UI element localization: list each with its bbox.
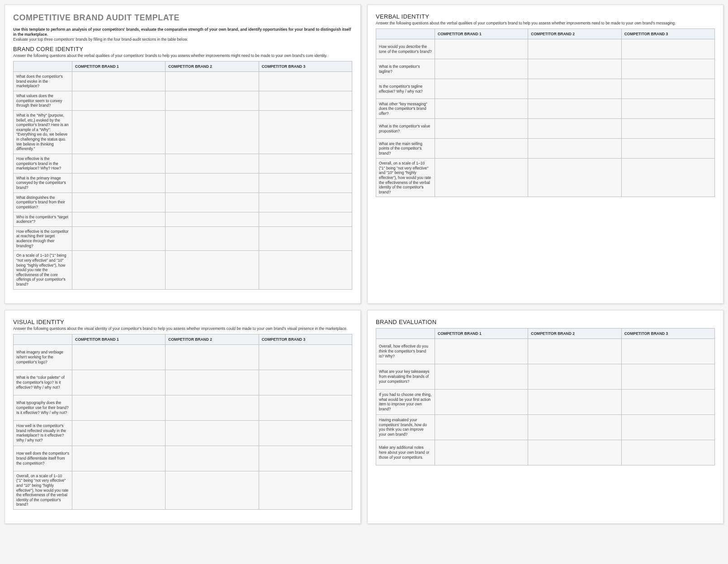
intro-text: Use this template to perform an analysis… (13, 27, 352, 42)
table-header-row: COMPETITOR BRAND 1 COMPETITOR BRAND 2 CO… (376, 29, 715, 39)
table-row: Overall, on a scale of 1–10 ("1" being "… (14, 471, 352, 509)
table-row: On a scale of 1–10 ("1" being "not very … (14, 251, 352, 289)
table-row: What is the primary image conveyed by th… (14, 173, 352, 193)
table-row: Having evaluated your competitors' brand… (376, 414, 715, 440)
table-row: What are your key takeaways from evaluat… (376, 364, 715, 389)
table-row: What other "key messaging" does the comp… (376, 99, 715, 119)
panel-core-identity: COMPETITIVE BRAND AUDIT TEMPLATE Use thi… (5, 5, 361, 304)
table-row: Overall, how effective do you think the … (376, 338, 715, 364)
table-core: COMPETITOR BRAND 1 COMPETITOR BRAND 2 CO… (13, 61, 352, 290)
section-title-visual: VISUAL IDENTITY (13, 319, 352, 325)
table-row: Overall, on a scale of 1–10 ("1" being "… (376, 159, 715, 197)
table-row: What is the "color palette" of the compe… (14, 370, 352, 395)
table-row: What values does the competitor seem to … (14, 91, 352, 111)
table-evaluation: COMPETITOR BRAND 1 COMPETITOR BRAND 2 CO… (376, 328, 715, 465)
table-row: How well does the competitor's brand dif… (14, 446, 352, 471)
table-header-row: COMPETITOR BRAND 1 COMPETITOR BRAND 2 CO… (376, 328, 715, 338)
table-row: How effective is the competitor at reach… (14, 226, 352, 251)
table-row: If you had to choose one thing, what wou… (376, 389, 715, 414)
panel-visual-identity: VISUAL IDENTITY Answer the following que… (5, 310, 361, 524)
table-row: Make any additional notes here about you… (376, 440, 715, 465)
table-verbal: COMPETITOR BRAND 1 COMPETITOR BRAND 2 CO… (376, 28, 715, 197)
panel-brand-evaluation: BRAND EVALUATION COMPETITOR BRAND 1 COMP… (367, 310, 723, 524)
table-row: What distinguishes the competitor's bran… (14, 193, 352, 212)
section-desc-visual: Answer the following questions about the… (13, 326, 352, 331)
table-row: What is the competitor's value propositi… (376, 119, 715, 139)
table-row: What imagery and verbiage is/isn't worki… (14, 344, 352, 370)
table-row: What is the "Why" (purpose, belief, etc.… (14, 110, 352, 154)
section-title-core: BRAND CORE IDENTITY (13, 46, 352, 52)
table-row: What is the competitor's tagline? (376, 59, 715, 79)
section-desc-verbal: Answer the following questions about the… (376, 21, 715, 26)
section-desc-core: Answer the following questions about the… (13, 53, 352, 58)
section-title-evaluation: BRAND EVALUATION (376, 319, 715, 325)
table-header-row: COMPETITOR BRAND 1 COMPETITOR BRAND 2 CO… (14, 334, 352, 344)
table-header-row: COMPETITOR BRAND 1 COMPETITOR BRAND 2 CO… (14, 61, 352, 72)
panel-verbal-identity: VERBAL IDENTITY Answer the following que… (367, 5, 723, 304)
table-row: What does the competitor's brand evoke i… (14, 72, 352, 91)
table-row: What typography does the competitor use … (14, 395, 352, 420)
table-row: How well is the competitor's brand refle… (14, 420, 352, 446)
table-row: How would you describe the tone of the c… (376, 39, 715, 59)
section-title-verbal: VERBAL IDENTITY (376, 13, 715, 20)
table-row: How effective is the competitor's brand … (14, 154, 352, 173)
table-visual: COMPETITOR BRAND 1 COMPETITOR BRAND 2 CO… (13, 334, 352, 510)
table-row: What are the main selling points of the … (376, 139, 715, 159)
main-title: COMPETITIVE BRAND AUDIT TEMPLATE (13, 13, 352, 23)
table-row: Who is the competitor's "target audience… (14, 212, 352, 226)
table-row: Is the competitor's tagline effective? W… (376, 79, 715, 99)
